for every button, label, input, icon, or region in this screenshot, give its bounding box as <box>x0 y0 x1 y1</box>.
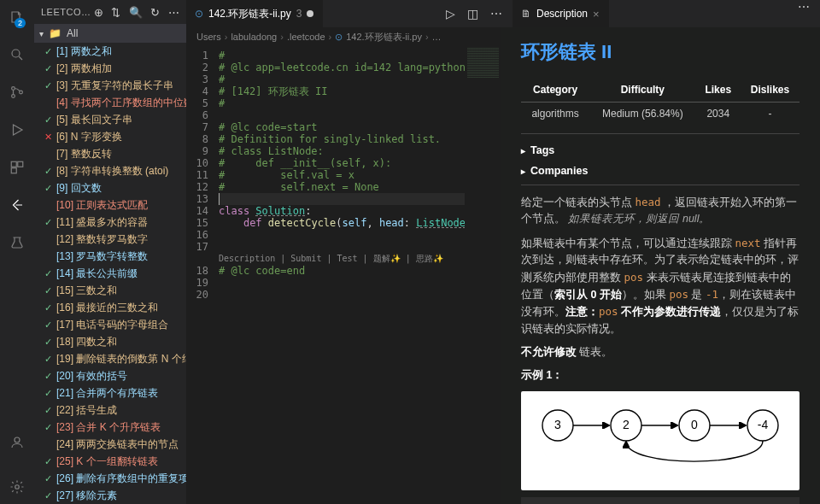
status-icon: ✓ <box>43 217 53 228</box>
problem-item[interactable]: ✓[22] 括号生成 <box>38 401 186 419</box>
breadcrumb-seg[interactable]: .leetcode <box>287 32 325 42</box>
minimap[interactable] <box>465 46 501 325</box>
problem-title: 环形链表 II <box>521 38 800 67</box>
search-icon[interactable] <box>7 44 27 65</box>
source-control-icon[interactable] <box>7 82 27 103</box>
folder-icon: 📁 <box>49 27 62 39</box>
problem-item[interactable]: ✓[25] K 个一组翻转链表 <box>38 453 186 470</box>
close-icon[interactable]: × <box>593 8 600 21</box>
tab-file[interactable]: ⊙ 142.环形链表-ii.py 3 <box>186 0 323 27</box>
problem-item[interactable]: ✓[23] 合并 K 个升序链表 <box>38 419 186 436</box>
problem-item[interactable]: ✓[19] 删除链表的倒数第 N 个结点 <box>38 350 186 367</box>
testing-icon[interactable] <box>7 232 27 253</box>
problem-item[interactable]: ✓[26] 删除有序数组中的重复项 <box>38 470 186 487</box>
svg-text:2: 2 <box>623 417 630 431</box>
status-icon: ✓ <box>43 456 53 467</box>
refresh-icon[interactable]: ↻ <box>150 6 161 19</box>
chevron-down-icon: ▾ <box>39 29 44 38</box>
more-icon[interactable]: ⋯ <box>168 6 180 19</box>
status-icon: ✓ <box>43 285 53 296</box>
status-icon: ✓ <box>43 268 53 279</box>
svg-point-7 <box>15 437 20 442</box>
leetcode-icon[interactable] <box>7 195 27 215</box>
example-1-figure: 320-4 <box>521 391 800 490</box>
status-icon: ✓ <box>43 46 53 57</box>
status-icon: ✓ <box>43 490 53 501</box>
example-1-label: 示例 1： <box>521 369 563 381</box>
sidebar-title: LEETCODE: PRO… <box>41 7 94 17</box>
companies-toggle[interactable]: ▸Companies <box>521 163 800 179</box>
split-editor-icon[interactable]: ◫ <box>467 7 478 21</box>
tab-file-count: 3 <box>296 8 302 20</box>
tags-toggle[interactable]: ▸Tags <box>521 143 800 159</box>
problem-item[interactable]: [7] 整数反转 <box>38 145 186 162</box>
problem-item[interactable]: [24] 两两交换链表中的节点 <box>38 436 186 453</box>
status-icon: ✓ <box>43 371 53 382</box>
problem-item[interactable]: ✕[6] N 字形变换 <box>38 128 186 145</box>
problem-item[interactable]: ✓[18] 四数之和 <box>38 333 186 350</box>
breadcrumb-seg[interactable]: Users <box>196 32 221 42</box>
code-body[interactable]: ## @lc app=leetcode.cn id=142 lang=pytho… <box>215 46 465 325</box>
debug-icon[interactable] <box>7 120 27 140</box>
account-icon[interactable] <box>7 432 27 453</box>
problem-item[interactable]: ✓[27] 移除元素 <box>38 487 186 504</box>
problem-item[interactable]: ✓[3] 无重复字符的最长子串 <box>38 77 186 94</box>
problem-item[interactable]: ✓[16] 最接近的三数之和 <box>38 299 186 316</box>
problem-item[interactable]: ✓[5] 最长回文子串 <box>38 111 186 128</box>
minimap-viz <box>467 48 499 79</box>
status-icon: ✓ <box>43 473 53 484</box>
meta-table: Category Difficulty Likes Dislikes algor… <box>521 79 800 125</box>
problem-item[interactable]: ✓[8] 字符串转换整数 (atoi) <box>38 162 186 179</box>
status-icon: ✕ <box>43 132 53 143</box>
problem-item[interactable]: [12] 整数转罗马数字 <box>38 231 186 248</box>
tab-file-label: 142.环形链表-ii.py <box>208 7 291 21</box>
status-icon: ✓ <box>43 114 53 126</box>
sidebar-header: LEETCODE: PRO… ⊕ ⇅ 🔍 ↻ ⋯ <box>34 0 186 24</box>
status-icon: ✓ <box>43 405 53 416</box>
settings-icon[interactable] <box>7 477 27 497</box>
tab-description[interactable]: 🗎 Description × <box>512 0 609 27</box>
run-icon[interactable]: ▷ <box>446 7 455 21</box>
meta-value: 2034 <box>696 102 741 125</box>
svg-point-2 <box>12 95 15 98</box>
problem-item[interactable]: ✓[11] 盛最多水的容器 <box>38 214 186 231</box>
svg-point-0 <box>12 50 20 57</box>
problem-item[interactable]: ✓[2] 两数相加 <box>38 60 186 77</box>
example-1-io: 输入：head = [3,2,0,-4], pos = 1 输出：返回索引为 1… <box>521 497 800 504</box>
sort-icon[interactable]: ⇅ <box>111 6 121 19</box>
search-problems-icon[interactable]: 🔍 <box>129 6 144 19</box>
globe-icon[interactable]: ⊕ <box>94 6 104 19</box>
problem-item[interactable]: ✓[17] 电话号码的字母组合 <box>38 316 186 333</box>
svg-rect-6 <box>11 168 16 173</box>
breadcrumb-file[interactable]: 142.环形链表-ii.py <box>346 31 422 44</box>
problem-item[interactable]: [13] 罗马数字转整数 <box>38 248 186 265</box>
problem-item[interactable]: ✓[1] 两数之和 <box>38 43 186 60</box>
code-editor[interactable]: 1234567891011121314151617181920 ## @lc a… <box>186 46 501 325</box>
problem-item[interactable]: ✓[9] 回文数 <box>38 179 186 196</box>
breadcrumb-more[interactable]: … <box>432 32 442 42</box>
problem-item[interactable]: [4] 寻找两个正序数组的中位数 <box>38 94 186 111</box>
meta-header: Difficulty <box>589 79 695 102</box>
description-body: 给定一个链表的头节点 head ，返回链表开始入环的第一个节点。 如果链表无环，… <box>521 194 800 504</box>
problem-list[interactable]: ✓[1] 两数之和✓[2] 两数相加✓[3] 无重复字符的最长子串[4] 寻找两… <box>34 43 186 504</box>
svg-text:3: 3 <box>554 417 561 431</box>
meta-value: Medium (56.84%) <box>589 102 695 125</box>
breadcrumb[interactable]: Users› labuladong› .leetcode› ⊙ 142.环形链表… <box>186 27 501 46</box>
line-gutter: 1234567891011121314151617181920 <box>186 46 215 325</box>
panel-more-icon[interactable]: ⋯ <box>798 0 810 27</box>
problem-item[interactable]: ✓[20] 有效的括号 <box>38 367 186 384</box>
explorer-icon[interactable]: 2 <box>7 7 27 27</box>
problem-item[interactable]: [10] 正则表达式匹配 <box>38 196 186 214</box>
tab-bar: ⊙ 142.环形链表-ii.py 3 ▷ ◫ ⋯ 🗎 Description ×… <box>186 0 820 27</box>
extensions-icon[interactable] <box>7 157 27 178</box>
problem-item[interactable]: ✓[14] 最长公共前缀 <box>38 265 186 282</box>
meta-header: Dislikes <box>741 79 800 102</box>
problem-item[interactable]: ✓[15] 三数之和 <box>38 282 186 299</box>
sidebar-all-section[interactable]: ▾ 📁 All <box>34 24 186 43</box>
modified-dot-icon <box>307 10 313 17</box>
tags-label: Tags <box>530 143 554 159</box>
breadcrumb-seg[interactable]: labuladong <box>231 32 277 42</box>
problem-item[interactable]: ✓[21] 合并两个有序链表 <box>38 384 186 401</box>
more-actions-icon[interactable]: ⋯ <box>490 7 502 21</box>
meta-header: Likes <box>696 79 741 102</box>
